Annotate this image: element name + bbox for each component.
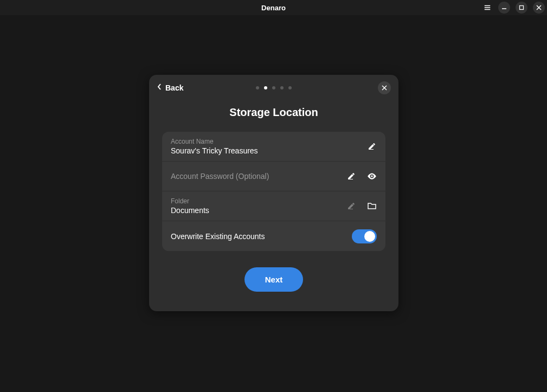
svg-rect-2 [348,179,353,179]
svg-rect-3 [348,209,353,209]
next-button[interactable]: Next [244,267,304,292]
edit-icon[interactable] [367,142,377,151]
svg-rect-1 [369,149,374,150]
toggle-knob [364,231,375,242]
close-window-button[interactable] [533,2,545,14]
dialog-title: Storage Location [149,106,398,119]
close-dialog-button[interactable] [378,81,391,94]
folder-open-icon[interactable] [367,201,377,211]
account-name-row[interactable]: Account Name Sourav's Tricky Treasures [162,132,385,162]
overwrite-label: Overwrite Existing Accounts [171,232,352,241]
back-label: Back [165,83,183,92]
folder-label: Folder [171,197,346,205]
maximize-button[interactable] [516,2,527,14]
minimize-button[interactable] [498,2,510,14]
hamburger-menu-icon[interactable] [482,2,493,13]
account-name-label: Account Name [171,138,367,145]
dialog-header: Back [149,75,398,101]
password-input[interactable] [171,172,346,181]
edit-icon[interactable] [346,171,356,181]
form-group: Account Name Sourav's Tricky Treasures [162,132,385,251]
account-name-value: Sourav's Tricky Treasures [171,146,367,155]
page-indicator [256,86,292,89]
back-button[interactable]: Back [157,83,183,93]
folder-row[interactable]: Folder Documents [162,191,385,221]
page-dot[interactable] [280,86,284,89]
overwrite-row: Overwrite Existing Accounts [162,221,385,251]
window-controls [482,2,545,14]
svg-rect-0 [520,6,524,10]
folder-value: Documents [171,206,346,215]
storage-location-dialog: Back Storage Location Account Name Soura… [149,75,398,311]
account-password-row[interactable] [162,162,385,191]
chevron-left-icon [157,83,162,93]
page-dot[interactable] [272,86,275,89]
edit-icon [346,201,356,211]
titlebar: Denaro [0,0,547,15]
app-title: Denaro [261,4,286,12]
page-dot[interactable] [256,86,259,89]
overwrite-toggle[interactable] [352,229,377,243]
visibility-icon[interactable] [367,171,377,181]
page-dot[interactable] [288,86,292,89]
page-dot-active[interactable] [264,86,267,89]
